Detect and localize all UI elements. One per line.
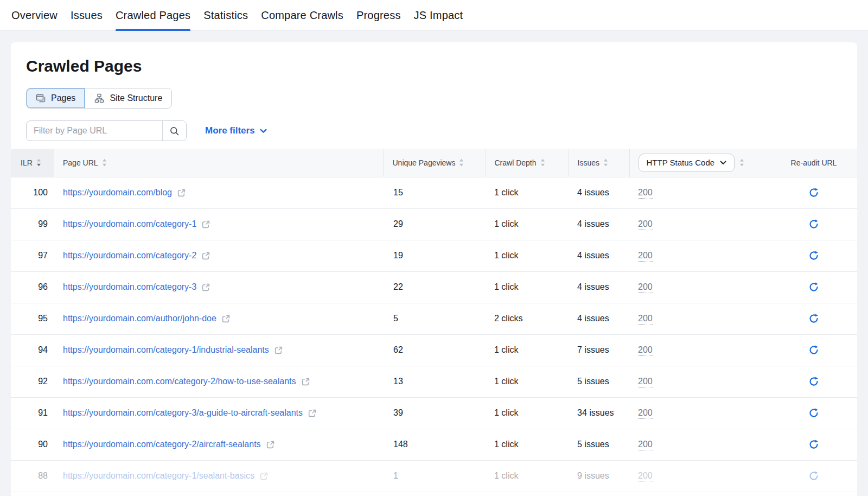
crawl-depth-cell: 1 click [486,177,569,208]
http-status-value[interactable]: 200 [638,188,653,199]
pages-view-button[interactable]: Pages [27,88,85,108]
refresh-icon [808,408,819,418]
more-filters-button[interactable]: More filters [205,125,267,136]
page-url-link[interactable]: https://yourdomain.com/category-1/indust… [63,345,269,355]
ilr-cell: 88 [11,460,54,492]
issues-cell: 4 issues [569,303,629,334]
issues-cell: 4 issues [569,271,629,303]
page-url-link[interactable]: https://yourdomain.com/category-2/aircra… [63,440,261,449]
unique-pageviews-cell: 148 [384,429,486,460]
external-link-icon[interactable] [274,346,283,355]
re-audit-button[interactable] [806,279,821,295]
http-status-value[interactable]: 200 [638,251,653,262]
http-status-value[interactable]: 200 [638,408,653,419]
http-status-value[interactable]: 200 [638,282,653,293]
http-status-value[interactable]: 200 [638,314,653,325]
table-row: 94 https://yourdomain.com/category-1/ind… [11,334,857,366]
external-link-icon[interactable] [177,188,186,198]
column-header-re-audit-url: Re-audit URL [770,149,857,177]
sort-icon [101,158,107,167]
search-button[interactable] [162,121,186,141]
ilr-cell: 91 [11,397,54,429]
column-header-page-url[interactable]: Page URL [54,149,384,177]
page-url-filter-input[interactable] [27,121,162,141]
column-header-unique-pageviews[interactable]: Unique Pageviews [384,149,486,177]
site-structure-icon [94,93,104,103]
column-header-crawl-depth[interactable]: Crawl Depth [486,149,569,177]
issues-cell: 9 issues [569,460,629,492]
issues-cell: 4 issues [569,208,629,240]
http-status-value[interactable]: 200 [638,377,653,387]
ilr-cell: 90 [11,429,54,460]
page-url-link[interactable]: https://yourdomain.com/category-3/a-guid… [63,408,303,418]
http-status-cell: 200 [629,177,770,208]
page-url-link[interactable]: https://yourdomain.com/category-2 [63,251,196,260]
external-link-icon[interactable] [266,440,275,449]
issues-cell: 4 issues [569,177,629,208]
external-link-icon[interactable] [201,283,210,292]
page-url-link[interactable]: https://yourdomain.com/author/john-doe [63,314,216,323]
page-url-link[interactable]: https://yourdomain.com/category-3 [63,282,196,292]
refresh-icon [808,470,819,481]
issues-cell: 4 issues [569,240,629,271]
http-status-value[interactable]: 200 [638,345,653,356]
unique-pageviews-cell: 22 [384,271,486,303]
page-url-link[interactable]: https://yourdomain.com/category-1/sealan… [63,471,254,481]
site-structure-view-button[interactable]: Site Structure [85,88,171,108]
external-link-icon[interactable] [201,251,210,260]
tab-js-impact[interactable]: JS Impact [414,0,463,30]
re-audit-button[interactable] [806,248,821,263]
page-url-link[interactable]: https://yourdomain.com/category-1 [63,219,196,229]
unique-pageviews-cell: 13 [384,366,486,397]
page-url-cell: https://yourdomain.com/category-1 [54,208,384,240]
page-url-link[interactable]: https://yourdomain.com.com/category-2/ho… [63,377,296,386]
re-audit-button[interactable] [806,185,821,200]
http-status-value[interactable]: 200 [638,219,653,230]
page-url-link[interactable]: https://yourdomain.com/blog [63,188,172,198]
http-status-code-dropdown[interactable]: HTTP Status Code [639,154,735,172]
issues-column-label: Issues [578,158,599,167]
tab-overview[interactable]: Overview [11,0,58,30]
tab-progress[interactable]: Progress [356,0,401,30]
refresh-icon [808,313,819,324]
re-audit-cell [770,429,857,460]
re-audit-button[interactable] [806,405,821,421]
crawl-depth-column-label: Crawl Depth [495,158,537,167]
http-status-cell: 200 [629,334,770,366]
re-audit-button[interactable] [806,374,821,389]
column-header-ilr[interactable]: ILR [11,149,54,177]
tab-issues[interactable]: Issues [71,0,103,30]
column-header-issues[interactable]: Issues [569,149,629,177]
re-audit-button[interactable] [806,342,821,358]
external-link-icon[interactable] [308,409,317,418]
unique-pageviews-cell: 19 [384,240,486,271]
re-audit-button[interactable] [806,311,821,326]
external-link-icon[interactable] [301,377,310,386]
ilr-cell: 97 [11,240,54,271]
table-row: 95 https://yourdomain.com/author/john-do… [11,303,857,334]
tab-statistics[interactable]: Statistics [203,0,248,30]
http-status-cell: 200 [629,460,770,492]
sort-icon [36,158,42,167]
http-status-value[interactable]: 200 [638,471,653,482]
table-row: 88 https://yourdomain.com/category-1/sea… [11,460,857,492]
external-link-icon[interactable] [221,314,231,323]
ilr-cell: 99 [11,208,54,240]
tab-crawled-pages[interactable]: Crawled Pages [116,0,190,30]
http-status-value[interactable]: 200 [638,440,653,450]
pages-icon [36,93,46,103]
page-url-cell: https://yourdomain.com/category-3 [54,271,384,303]
sort-icon[interactable] [739,158,745,167]
re-audit-button[interactable] [806,437,821,452]
crawl-depth-cell: 1 click [486,429,569,460]
http-status-cell: 200 [629,240,770,271]
re-audit-cell [770,303,857,334]
http-status-cell: 200 [629,271,770,303]
external-link-icon[interactable] [259,472,269,481]
re-audit-button[interactable] [806,468,821,484]
re-audit-button[interactable] [806,217,821,232]
tab-compare-crawls[interactable]: Compare Crawls [261,0,343,30]
page-title: Crawled Pages [11,42,857,75]
external-link-icon[interactable] [201,220,210,229]
more-filters-label: More filters [205,125,255,136]
